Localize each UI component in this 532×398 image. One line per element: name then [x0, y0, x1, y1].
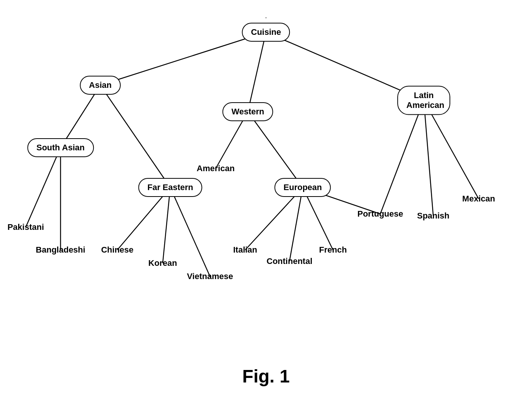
svg-line-1 — [248, 32, 266, 112]
svg-line-16 — [380, 100, 424, 214]
svg-line-15 — [303, 187, 380, 214]
svg-line-6 — [248, 112, 303, 187]
svg-line-17 — [424, 100, 433, 216]
svg-line-4 — [100, 85, 170, 187]
svg-line-9 — [117, 187, 170, 250]
svg-line-7 — [26, 148, 61, 227]
tree-diagram: · CuisineAsianWesternLatinAmericanSouth … — [0, 0, 532, 341]
svg-line-18 — [424, 100, 479, 199]
svg-line-0 — [100, 32, 266, 85]
svg-line-5 — [216, 112, 248, 169]
svg-line-13 — [289, 187, 303, 261]
svg-line-14 — [303, 187, 333, 250]
fig-caption: Fig. 1 — [242, 366, 289, 387]
tree-svg: · — [0, 0, 532, 341]
svg-line-10 — [163, 187, 170, 263]
svg-line-2 — [266, 32, 424, 100]
svg-text:·: · — [265, 14, 267, 21]
svg-line-11 — [170, 187, 210, 276]
svg-line-3 — [61, 85, 100, 148]
svg-line-12 — [245, 187, 303, 250]
